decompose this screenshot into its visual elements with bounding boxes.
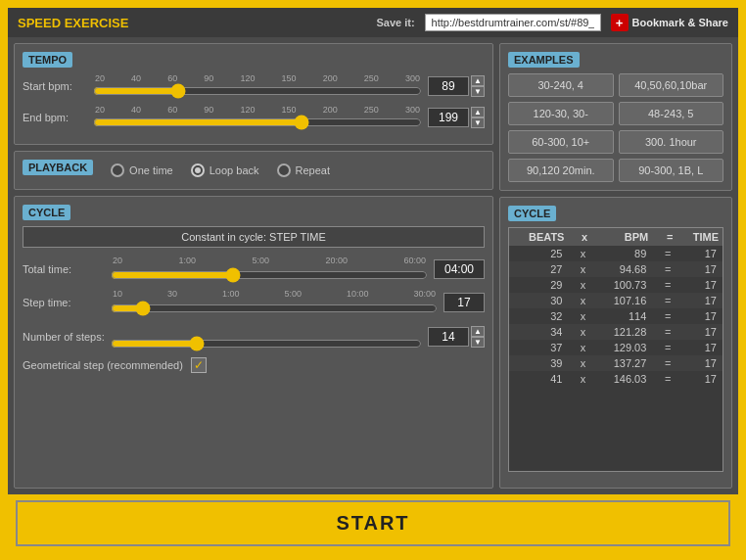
cycle-table-row: 29x100.73=17 — [509, 277, 723, 293]
cycle-table-row: 25x89=17 — [509, 246, 723, 261]
url-input[interactable] — [425, 14, 601, 31]
cycle-table: BEATS x BPM = TIME 25x89=1727x94.68=1729… — [509, 228, 723, 387]
playback-option-onetime[interactable]: One time — [111, 163, 173, 177]
playback-title: PLAYBACK — [23, 160, 93, 175]
total-time-ticks: 201:005:0020:0060:00 — [111, 256, 428, 265]
end-bpm-value[interactable] — [428, 108, 469, 127]
cycle-right-section: CYCLE BEATS x BPM = TIME — [499, 197, 732, 489]
examples-title: EXAMPLES — [508, 52, 580, 68]
table-cell: 146.03 — [591, 371, 652, 387]
start-bpm-slider[interactable] — [93, 83, 422, 99]
example-btn-0[interactable]: 30-240, 4 — [508, 73, 614, 97]
end-bpm-down[interactable]: ▼ — [471, 117, 485, 128]
table-cell: 17 — [676, 371, 723, 387]
cycle-section: CYCLE Constant in cycle: STEP TIME Total… — [14, 196, 493, 489]
examples-section: EXAMPLES 30-240, 4 40,50,60,10bar 120-30… — [499, 43, 732, 191]
step-time-slider-container: 10301:005:0010:0030:00 — [111, 289, 438, 316]
col-time: TIME — [676, 228, 723, 246]
table-cell: 17 — [676, 293, 723, 308]
num-steps-value[interactable] — [428, 327, 469, 347]
start-bar: START — [8, 494, 738, 552]
example-btn-3[interactable]: 48-243, 5 — [619, 102, 724, 125]
step-time-slider[interactable] — [111, 301, 438, 316]
examples-grid: 30-240, 4 40,50,60,10bar 120-30, 30- 48-… — [508, 73, 723, 182]
num-steps-label: Number of steps: — [23, 331, 111, 343]
step-time-ticks: 10301:005:0010:0030:00 — [111, 289, 438, 299]
table-cell: 17 — [676, 324, 723, 340]
geo-label: Geometrical step (recommended) — [23, 359, 183, 371]
start-button[interactable]: START — [16, 500, 730, 546]
step-time-value[interactable] — [443, 293, 485, 312]
left-panel: TEMPO Start bpm: 20406090120150200250300… — [14, 43, 493, 489]
table-cell: 17 — [676, 355, 723, 371]
title-bar: SPEED EXERCISE Save it: + Bookmark & Sha… — [8, 8, 738, 37]
table-cell: = — [652, 261, 676, 277]
cycle-table-container[interactable]: BEATS x BPM = TIME 25x89=1727x94.68=1729… — [508, 227, 723, 472]
cycle-table-row: 34x121.28=17 — [509, 324, 723, 340]
start-bpm-row: Start bpm: 20406090120150200250300 ▲ ▼ — [23, 73, 485, 99]
table-cell: = — [652, 246, 676, 261]
table-cell: 89 — [591, 246, 652, 261]
end-bpm-slider[interactable] — [93, 115, 422, 130]
cycle-table-header: BEATS x BPM = TIME — [509, 228, 723, 246]
total-time-row: Total time: 201:005:0020:0060:00 — [23, 256, 485, 283]
total-time-slider[interactable] — [111, 267, 428, 283]
end-bpm-slider-container: 20406090120150200250300 — [93, 105, 422, 130]
radio-onetime-label: One time — [129, 164, 173, 176]
radio-repeat — [277, 163, 291, 177]
radio-repeat-label: Repeat — [296, 164, 330, 176]
num-steps-slider-container — [111, 322, 422, 351]
table-cell: = — [652, 324, 676, 340]
table-cell: x — [568, 340, 591, 355]
playback-option-repeat[interactable]: Repeat — [277, 163, 330, 177]
bookmark-icon: + — [611, 14, 629, 31]
example-btn-1[interactable]: 40,50,60,10bar — [619, 73, 724, 97]
table-cell: 25 — [509, 246, 568, 261]
example-btn-7[interactable]: 90-300, 1B, L — [619, 159, 724, 182]
playback-row: PLAYBACK One time Loop back Repeat — [23, 160, 485, 181]
example-btn-5[interactable]: 300. 1hour — [619, 130, 724, 154]
cycle-left-title: CYCLE — [23, 205, 70, 220]
num-steps-down[interactable]: ▼ — [471, 337, 485, 348]
table-cell: 17 — [676, 340, 723, 355]
cycle-table-row: 27x94.68=17 — [509, 261, 723, 277]
table-cell: 94.68 — [591, 261, 652, 277]
table-cell: x — [568, 308, 591, 324]
step-time-row: Step time: 10301:005:0010:0030:00 — [23, 289, 485, 316]
start-bpm-slider-container: 20406090120150200250300 — [93, 73, 422, 99]
radio-loopback-label: Loop back — [210, 164, 259, 176]
cycle-table-row: 32x114=17 — [509, 308, 723, 324]
table-cell: 39 — [509, 355, 568, 371]
start-bpm-down[interactable]: ▼ — [471, 86, 485, 97]
end-bpm-up[interactable]: ▲ — [471, 107, 485, 117]
col-x: x — [568, 228, 591, 246]
example-btn-6[interactable]: 90,120 20min. — [508, 159, 614, 182]
save-label: Save it: — [376, 17, 414, 28]
start-bpm-ticks: 20406090120150200250300 — [93, 73, 422, 83]
table-cell: 17 — [676, 308, 723, 324]
table-cell: 114 — [591, 308, 652, 324]
num-steps-up[interactable]: ▲ — [471, 326, 485, 337]
table-cell: x — [568, 261, 591, 277]
end-bpm-ticks: 20406090120150200250300 — [93, 105, 422, 115]
cycle-table-row: 37x129.03=17 — [509, 340, 723, 355]
table-cell: 121.28 — [591, 324, 652, 340]
total-time-slider-container: 201:005:0020:0060:00 — [111, 256, 428, 283]
table-cell: 34 — [509, 324, 568, 340]
cycle-table-row: 39x137.27=17 — [509, 355, 723, 371]
end-bpm-label: End bpm: — [23, 112, 93, 123]
table-cell: 17 — [676, 261, 723, 277]
bookmark-button[interactable]: + Bookmark & Share — [611, 14, 728, 31]
geo-checkbox[interactable] — [191, 357, 207, 373]
table-cell: x — [568, 355, 591, 371]
example-btn-4[interactable]: 60-300, 10+ — [508, 130, 614, 154]
total-time-value[interactable] — [434, 259, 485, 279]
playback-option-loopback[interactable]: Loop back — [191, 163, 259, 177]
start-bpm-value[interactable] — [428, 76, 469, 96]
example-btn-2[interactable]: 120-30, 30- — [508, 102, 614, 125]
step-time-label: Step time: — [23, 297, 111, 308]
table-cell: 41 — [509, 371, 568, 387]
num-steps-slider[interactable] — [111, 336, 422, 351]
start-bpm-up[interactable]: ▲ — [471, 75, 485, 86]
table-cell: 37 — [509, 340, 568, 355]
